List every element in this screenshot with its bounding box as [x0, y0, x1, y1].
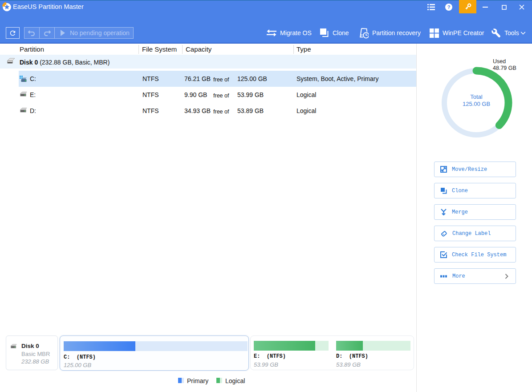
- svg-text:?: ?: [447, 4, 451, 10]
